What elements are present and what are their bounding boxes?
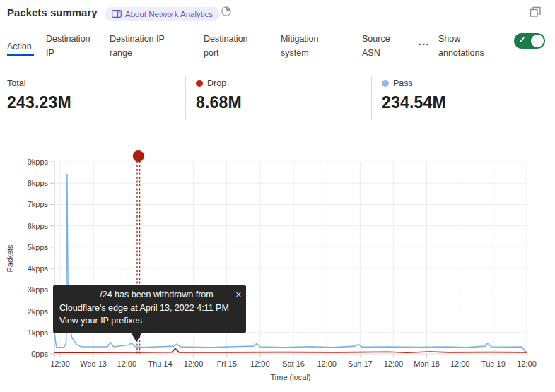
series-line-drop [54, 348, 527, 352]
x-tick-label: Tue 19 [481, 360, 506, 368]
y-tick-label: 4kpps [28, 264, 49, 273]
x-tick-label: Wed 13 [80, 360, 107, 368]
tooltip-text-line2: Cloudflare's edge at April 13, 2022 4:11… [59, 302, 240, 315]
x-tick-label: Mon 18 [414, 360, 440, 368]
y-tick-label: 3kpps [28, 285, 49, 294]
y-tick-label: 1kpps [28, 328, 49, 337]
x-tick-label: Thu 14 [148, 360, 172, 368]
x-tick-label: Fri 15 [217, 360, 237, 368]
view-ip-prefixes-link[interactable]: View your IP prefixes [59, 314, 142, 328]
x-tick-label: Sat 16 [282, 360, 305, 368]
y-tick-label: 9kpps [28, 158, 49, 166]
close-icon[interactable]: ✕ [235, 288, 242, 302]
y-tick-label: 5kpps [28, 243, 49, 251]
x-tick-label: 12:00 [317, 360, 337, 368]
annotation-marker-dot[interactable] [133, 150, 144, 162]
x-axis-title: Time (local) [270, 373, 310, 381]
x-tick-label: 12:00 [250, 360, 270, 368]
y-tick-label: 2kpps [28, 307, 49, 316]
tooltip-text-line1: /24 has been withdrawn from [59, 288, 240, 302]
y-tick-label: 0pps [31, 350, 48, 358]
tooltip-arrow [131, 333, 142, 342]
x-tick-label: 12:00 [184, 360, 204, 368]
x-tick-label: Sun 17 [348, 360, 373, 368]
x-tick-label: 12:00 [50, 360, 70, 368]
x-tick-label: 12:00 [384, 360, 404, 368]
y-tick-label: 6kpps [28, 222, 49, 230]
x-tick-label: 12:00 [517, 360, 537, 368]
x-tick-label: 12:00 [450, 360, 470, 368]
packets-time-series-chart: 0pps1kpps2kpps3kpps4kpps5kpps6kpps7kpps8… [0, 0, 555, 392]
y-axis-title: Packets [6, 244, 14, 273]
packets-summary-panel: Packets summary About Network Analytics … [0, 0, 555, 392]
annotation-tooltip: /24 has been withdrawn from Cloudflare's… [53, 285, 246, 333]
y-tick-label: 8kpps [28, 179, 49, 187]
y-tick-label: 7kpps [28, 200, 49, 208]
x-tick-label: 12:00 [117, 360, 137, 368]
